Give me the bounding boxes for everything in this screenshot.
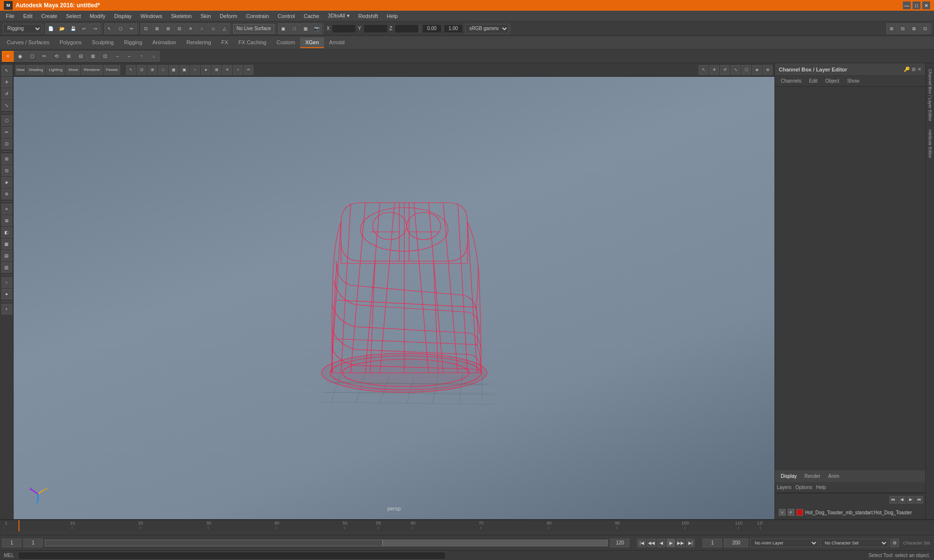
layer-nav-last[interactable]: ⏭: [916, 496, 923, 504]
vp-tb7[interactable]: ○: [190, 65, 200, 75]
playhead[interactable]: [18, 520, 19, 531]
tab-xgen[interactable]: XGen: [300, 37, 323, 48]
coord-y-input[interactable]: [363, 24, 388, 33]
sidebar-btn12[interactable]: ⊛: [1, 189, 12, 199]
edge-tab-attr[interactable]: Attribute Editor: [927, 125, 934, 162]
tab-rigging[interactable]: Rigging: [119, 37, 147, 48]
vp-renderer-menu[interactable]: Renderer: [81, 65, 102, 75]
redo-btn[interactable]: ↪: [90, 23, 101, 34]
snap6[interactable]: ○: [197, 23, 207, 34]
vp-tb-r4[interactable]: ⤡: [731, 65, 740, 75]
render3[interactable]: ▦: [300, 23, 311, 34]
val1-input[interactable]: 0.00: [422, 24, 442, 33]
vp-tb2[interactable]: ⊡: [137, 65, 146, 75]
menu-skeleton[interactable]: Skeleton: [167, 12, 196, 20]
snap1[interactable]: ⊡: [141, 23, 151, 34]
vp-shading-menu[interactable]: Shading: [26, 65, 45, 75]
lasso-tool-btn[interactable]: ⊡: [1, 139, 12, 149]
sidebar-btn19[interactable]: ○: [1, 277, 12, 288]
layers-menu[interactable]: Layers: [777, 485, 791, 490]
vp-tb10[interactable]: ✕: [222, 65, 232, 75]
tab-animation[interactable]: Animation: [147, 37, 181, 48]
vp-tb12[interactable]: ✏: [244, 65, 253, 75]
shelf-icon6[interactable]: ⊞: [63, 51, 74, 62]
render1[interactable]: ▣: [278, 23, 288, 34]
paint-btn[interactable]: ✏: [126, 23, 137, 34]
lasso-btn[interactable]: ⬡: [115, 23, 126, 34]
close-btn[interactable]: ✕: [922, 1, 930, 9]
snap-tool-btn[interactable]: ⬡: [1, 115, 12, 126]
menu-control[interactable]: Control: [274, 12, 299, 20]
cb-ctrl3[interactable]: ✕: [917, 67, 921, 72]
sidebar-btn20[interactable]: ●: [1, 289, 12, 299]
cb-ctrl2[interactable]: ⊞: [912, 67, 916, 72]
shelf-icon8[interactable]: ⊠: [87, 51, 99, 62]
title-bar-controls[interactable]: — □ ✕: [903, 1, 930, 9]
shelf-icon5[interactable]: ⟲: [51, 51, 62, 62]
menu-redshift[interactable]: Redshift: [355, 12, 382, 20]
vp-view-menu[interactable]: View: [16, 65, 25, 75]
mel-input[interactable]: [18, 552, 446, 560]
snap7[interactable]: ◇: [208, 23, 218, 34]
shelf-icon9[interactable]: ⊡: [99, 51, 111, 62]
shelf-icon13[interactable]: ↓: [148, 51, 160, 62]
menu-skin[interactable]: Skin: [197, 12, 215, 20]
play-fwd-btn[interactable]: ▶: [666, 539, 675, 547]
sidebar-btn18[interactable]: ▥: [1, 262, 12, 273]
vp-tb-r5[interactable]: ⬡: [741, 65, 751, 75]
tab-polygons[interactable]: Polygons: [54, 37, 86, 48]
menu-constrain[interactable]: Constrain: [242, 12, 273, 20]
vp-tb11[interactable]: +: [233, 65, 243, 75]
char-set-select[interactable]: No Character Set: [820, 539, 888, 547]
shelf-icon2[interactable]: ◉: [14, 51, 26, 62]
tab-fxcaching[interactable]: FX Caching: [234, 37, 271, 48]
vp-lighting-menu[interactable]: Lighting: [46, 65, 65, 75]
char-set-options-btn[interactable]: ⚙: [890, 539, 899, 547]
sidebar-btn13[interactable]: ≡: [1, 204, 12, 214]
snap4[interactable]: ⊟: [174, 23, 185, 34]
shelf-icon3[interactable]: ⬡: [26, 51, 38, 62]
cb-ctrl1[interactable]: 🔑: [904, 67, 910, 72]
rt3[interactable]: ⊠: [909, 23, 919, 34]
anim-layer-select[interactable]: No Anim Layer: [750, 539, 818, 547]
range-end2-input[interactable]: [702, 539, 722, 547]
snap3[interactable]: ⊞: [163, 23, 174, 34]
vp-tb-r3[interactable]: ↺: [720, 65, 730, 75]
range-end1-input[interactable]: [610, 539, 629, 547]
vp-tb4[interactable]: □: [158, 65, 168, 75]
help-menu[interactable]: Help: [816, 485, 826, 490]
play-prev-key-btn[interactable]: ◀◀: [647, 539, 656, 547]
layer-vis-btn[interactable]: V: [779, 509, 786, 516]
vp-show-menu[interactable]: Show: [66, 65, 80, 75]
vp-tb5[interactable]: ▦: [169, 65, 179, 75]
shelf-icon4[interactable]: ✂: [38, 51, 50, 62]
tab-curves[interactable]: Curves / Surfaces: [2, 37, 54, 48]
cb-tab-object[interactable]: Object: [822, 77, 844, 85]
move-tool-btn[interactable]: ✛: [1, 77, 12, 88]
layer-nav-prev[interactable]: ◀: [898, 496, 906, 504]
layer-nav-first[interactable]: ⏮: [889, 496, 897, 504]
display-tab[interactable]: Display: [777, 472, 801, 480]
coord-x-input[interactable]: [332, 24, 356, 33]
no-live-surface[interactable]: No Live Surface: [233, 24, 274, 34]
sidebar-btn11[interactable]: ◈: [1, 177, 12, 188]
tab-arnold[interactable]: Arnold: [324, 37, 350, 48]
layer-color-swatch[interactable]: [796, 509, 803, 516]
vp-panels-menu[interactable]: Panels: [104, 65, 120, 75]
vp-tb9[interactable]: ⊠: [212, 65, 221, 75]
shelf-icon7[interactable]: ⊟: [75, 51, 87, 62]
viewport-3d[interactable]: persp X Y Z: [14, 77, 774, 519]
rt4[interactable]: ⊡: [920, 23, 931, 34]
rotate-tool-btn[interactable]: ↺: [1, 88, 12, 99]
vp-tb3[interactable]: ⊞: [147, 65, 157, 75]
play-next-btn[interactable]: ▶▶: [676, 539, 685, 547]
menu-windows[interactable]: Windows: [137, 12, 166, 20]
menu-display[interactable]: Display: [110, 12, 136, 20]
vp-tb-r7[interactable]: ⊛: [763, 65, 772, 75]
minimize-btn[interactable]: —: [903, 1, 911, 9]
tab-fx[interactable]: FX: [216, 37, 233, 48]
undo-btn[interactable]: ↩: [79, 23, 90, 34]
sidebar-btn10[interactable]: ⊟: [1, 165, 12, 176]
current-frame-input[interactable]: [23, 539, 43, 547]
range-max-input[interactable]: [724, 539, 748, 547]
